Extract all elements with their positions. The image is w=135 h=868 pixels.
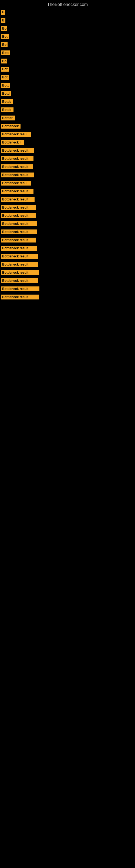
bar-label: Bott [1, 83, 10, 88]
bar-label: Bottleneck resu [1, 181, 31, 186]
bar-row: Bottleneck resu [0, 130, 135, 138]
bar-label: Bottleneck result [1, 213, 36, 218]
bar-row: Bot [0, 33, 135, 41]
bar-row: Bot [0, 73, 135, 82]
bar-row: Bottleneck [0, 122, 135, 130]
bar-row: Bottl [0, 90, 135, 98]
bar-label: Bo [1, 42, 8, 47]
site-title: TheBottlenecker.com [0, 0, 135, 8]
bar-row: Bottleneck result [0, 204, 135, 212]
bar-label: Bottleneck result [1, 229, 37, 235]
bar-row: Bottleneck result [0, 195, 135, 204]
bar-row: Bott [0, 82, 135, 90]
bar-row: Bo [0, 57, 135, 65]
bar-row: Bot [0, 65, 135, 73]
bar-row: Bottleneck result [0, 187, 135, 195]
bar-row: Bottleneck resu [0, 179, 135, 187]
bars-container: BBBoBotBoBottBoBotBotBottBottlBottleBott… [0, 8, 135, 301]
bar-label: Bottleneck result [1, 156, 34, 161]
bar-row: Bottleneck result [0, 277, 135, 285]
bar-label: B [1, 10, 5, 14]
bar-row: Bottleneck result [0, 252, 135, 260]
bar-label: Bottleneck result [1, 189, 34, 194]
bar-row: Bo [0, 41, 135, 49]
bar-label: Bo [1, 59, 7, 63]
bar-row: Bottleneck result [0, 163, 135, 171]
bar-row: Bottleneck result [0, 228, 135, 236]
bar-label: Bottleneck result [1, 205, 36, 210]
bar-label: Bottleneck result [1, 286, 39, 291]
bar-label: Bottleneck result [1, 173, 34, 177]
bar-label: Bottleneck result [1, 164, 33, 169]
bar-label: Bottleneck result [1, 294, 39, 300]
bar-row: Bottleneck r [0, 138, 135, 147]
bar-label: Bottleneck result [1, 246, 37, 251]
bar-row: Bottleneck result [0, 293, 135, 301]
bar-row: Bo [0, 24, 135, 33]
bar-label: Bottle [1, 99, 13, 104]
bar-label: Bottleneck result [1, 221, 37, 226]
bar-label: Bottleneck result [1, 238, 36, 243]
bar-label: Bottleneck result [1, 197, 35, 202]
bar-row: Bottleneck result [0, 236, 135, 244]
bar-row: Bottle [0, 106, 135, 114]
bar-row: Bottleneck result [0, 212, 135, 220]
bar-row: Bottleneck result [0, 155, 135, 163]
bar-label: Bot [1, 34, 9, 39]
bar-label: Bott [1, 51, 10, 55]
bar-row: Bottleneck result [0, 285, 135, 293]
bar-label: Bot [1, 67, 9, 72]
bar-label: Bot [1, 75, 9, 80]
bar-label: Bottleneck result [1, 148, 34, 153]
bar-label: Bottleneck r [1, 140, 24, 145]
bar-row: Bott [0, 49, 135, 57]
bar-label: Bottler [1, 116, 15, 120]
bar-label: B [1, 18, 5, 23]
bar-row: Bottle [0, 98, 135, 106]
bar-row: Bottleneck result [0, 244, 135, 252]
bar-label: Bottle [1, 107, 13, 112]
bar-row: Bottleneck result [0, 260, 135, 269]
bar-label: Bottleneck result [1, 270, 39, 275]
bar-label: Bottl [1, 91, 11, 96]
bar-label: Bottleneck [1, 124, 20, 129]
bar-row: Bottleneck result [0, 147, 135, 155]
bar-row: Bottler [0, 114, 135, 122]
bar-label: Bottleneck result [1, 254, 38, 259]
bar-row: Bottleneck result [0, 220, 135, 228]
bar-row: B [0, 8, 135, 16]
bar-label: Bottleneck result [1, 278, 38, 283]
bar-label: Bottleneck resu [1, 132, 31, 137]
bar-row: Bottleneck result [0, 269, 135, 277]
bar-label: Bottleneck result [1, 262, 38, 267]
bar-label: Bo [1, 26, 7, 31]
bar-row: Bottleneck result [0, 171, 135, 179]
bar-row: B [0, 16, 135, 24]
